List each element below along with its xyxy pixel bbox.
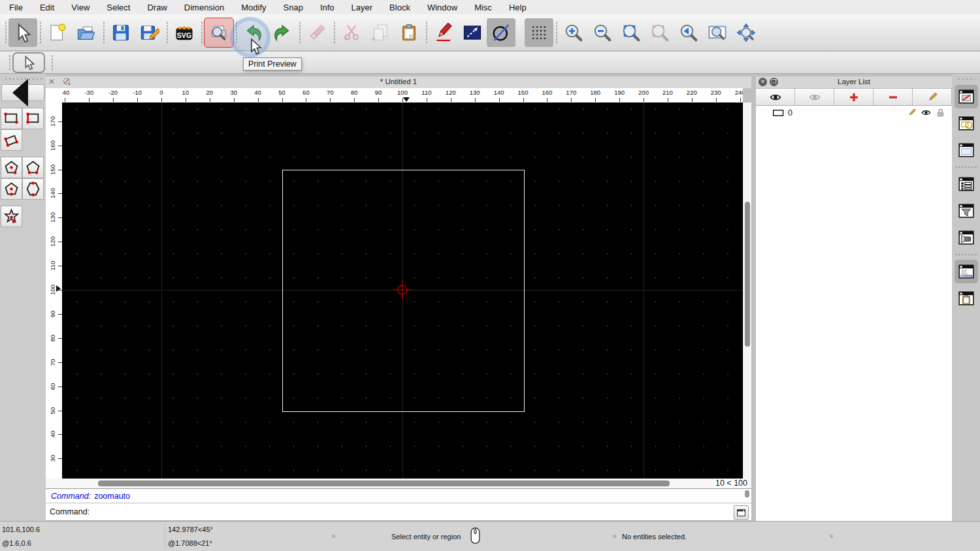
circle-line-mode-button[interactable] [487, 18, 515, 47]
menu-info[interactable]: Info [320, 3, 335, 12]
menu-snap[interactable]: Snap [284, 3, 303, 12]
command-history-scrollbar-thumb[interactable] [745, 490, 749, 497]
toolbar-drag-handle[interactable] [3, 22, 8, 44]
v-ruler-label: 130 [49, 212, 56, 223]
menu-edit[interactable]: Edit [40, 3, 54, 12]
menu-view[interactable]: View [71, 3, 90, 12]
edit-layer-button[interactable] [913, 89, 952, 105]
selection-rectangle-button[interactable] [458, 18, 487, 47]
hide-all-layers-button[interactable] [795, 89, 834, 105]
redo-button[interactable] [268, 18, 297, 47]
toolbar-drag-handle[interactable] [37, 22, 43, 44]
cursor-arrow-icon [22, 55, 36, 70]
status-bar: 101.6,100.6 @1.6,0.6 142.9787<45° @1.708… [0, 521, 980, 551]
layer-edit-pencil-icon[interactable] [907, 108, 917, 118]
show-all-layers-button[interactable] [756, 89, 795, 105]
dock-preview-toggle-button[interactable] [955, 138, 978, 162]
v-ruler-label: 160 [49, 140, 56, 151]
menu-block[interactable]: Block [389, 3, 410, 12]
select-tool-2-button[interactable] [12, 52, 45, 73]
dock-layer-filter-toggle-button[interactable] [955, 199, 978, 223]
vertical-scrollbar[interactable] [743, 102, 751, 479]
h-ruler-tick [65, 98, 65, 102]
menu-file[interactable]: File [9, 3, 23, 12]
rect-rotated-tool-button[interactable] [1, 129, 22, 151]
menu-layer[interactable]: Layer [351, 3, 373, 12]
polygon-center-side-tool-button[interactable] [1, 178, 22, 200]
grid-dots-icon [529, 23, 549, 42]
command-detach-button[interactable] [734, 505, 749, 520]
h-ruler-label: 170 [566, 89, 576, 96]
menu-modify[interactable]: Modify [241, 3, 266, 12]
statusbar-grip-dot [332, 535, 335, 538]
palette-back-button[interactable] [1, 84, 44, 101]
paste-button[interactable] [395, 18, 423, 47]
polygon-2vertices-tool-button[interactable] [22, 157, 44, 178]
menu-misc[interactable]: Misc [474, 3, 492, 12]
dock-pen-palette-toggle-button[interactable] [955, 85, 978, 108]
print-preview-button[interactable] [204, 18, 233, 47]
h-ruler-label: 130 [470, 89, 480, 96]
h-ruler-label: 210 [662, 89, 673, 96]
command-history-scrollbar[interactable] [744, 490, 750, 502]
zoom-back-button[interactable] [674, 18, 703, 47]
menu-help[interactable]: Help [509, 3, 527, 12]
menu-draw[interactable]: Draw [147, 3, 167, 12]
document-title: * Untitled 1 [46, 78, 751, 86]
zoom-previous-button[interactable] [645, 18, 674, 47]
rect-side-tool-button[interactable] [22, 108, 44, 129]
open-document-button[interactable] [72, 18, 101, 47]
dock-clipboard-toggle-button[interactable] [955, 287, 978, 310]
menu-dimension[interactable]: Dimension [184, 3, 224, 12]
polygon-inscribed-tool-button[interactable] [22, 178, 44, 200]
zoom-in-button[interactable] [559, 18, 588, 47]
polygon-center-vertex-tool-button[interactable] [1, 157, 22, 178]
minus-icon [887, 91, 899, 103]
zoom-window-button[interactable] [703, 18, 732, 47]
new-document-button[interactable] [43, 18, 72, 47]
dock-block-toggle-button[interactable] [955, 112, 978, 135]
window-list-icon [958, 176, 975, 193]
menu-select[interactable]: Select [106, 3, 130, 12]
menu-window[interactable]: Window [427, 3, 457, 12]
drawing-canvas[interactable] [62, 102, 743, 479]
h-ruler-tick [186, 98, 186, 102]
save-as-button[interactable] [135, 18, 164, 47]
h-ruler-label: 40 [254, 89, 261, 96]
horizontal-scrollbar[interactable]: 10 < 100 [46, 479, 751, 488]
shape-tool-palette [0, 74, 46, 521]
horizontal-scrollbar-thumb[interactable] [98, 480, 670, 486]
delete-button[interactable] [302, 18, 331, 47]
zoom-out-button[interactable] [588, 18, 617, 47]
strip-drag-handle[interactable] [957, 76, 975, 82]
dashed-arrow-box-icon [463, 23, 482, 42]
h-ruler-tick [644, 98, 644, 102]
layer-visible-eye-icon[interactable] [921, 108, 931, 118]
export-svg-button[interactable]: SVG [170, 18, 199, 47]
grid-toggle-button[interactable] [525, 18, 553, 47]
eye-icon [770, 91, 781, 103]
rect-2corners-tool-button[interactable] [1, 108, 22, 129]
add-layer-button[interactable] [834, 89, 874, 105]
layer-lock-icon[interactable] [936, 108, 945, 118]
copy-button[interactable]: + [366, 18, 395, 47]
layer-row[interactable]: 0 [756, 106, 952, 119]
h-ruler-tick [234, 98, 235, 102]
dock-block-list-toggle-button[interactable] [955, 226, 978, 249]
zoom-pan-button[interactable] [732, 18, 760, 47]
palette-gap [0, 200, 46, 206]
star-tool-button[interactable] [1, 206, 22, 227]
remove-layer-button[interactable] [874, 89, 913, 105]
dock-layer-list-toggle-button[interactable] [955, 172, 978, 196]
red-pencil-icon [434, 23, 453, 42]
save-button[interactable] [106, 18, 135, 47]
zoom-auto-button[interactable] [617, 18, 645, 47]
vertical-scrollbar-thumb[interactable] [745, 202, 750, 347]
dock-command-line-toggle-button[interactable]: Command [955, 260, 978, 283]
command-input-row[interactable]: Command: [46, 503, 751, 521]
draw-pen-button[interactable] [429, 18, 458, 47]
cut-button[interactable]: + [337, 18, 366, 47]
select-tool-button[interactable] [8, 18, 37, 47]
svg-text:Command: Command [962, 275, 973, 277]
zoom-in-icon [564, 23, 583, 42]
